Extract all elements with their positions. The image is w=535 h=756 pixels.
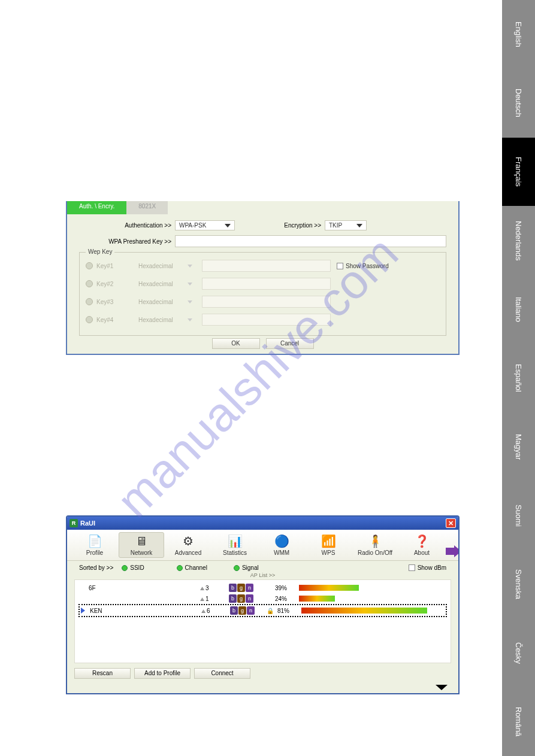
radio-icon[interactable] xyxy=(86,262,93,269)
wep-mode-select[interactable]: Hexadecimal xyxy=(138,263,192,269)
authentication-label: Authentication >> xyxy=(79,222,175,229)
lang-tab-svenska[interactable]: Svenska xyxy=(502,550,535,619)
network-ssid: 6F xyxy=(89,585,197,591)
encryption-value: TKIP xyxy=(329,222,342,229)
lang-tab-english[interactable]: English xyxy=(502,0,535,69)
sort-channel[interactable]: Channel xyxy=(177,564,207,571)
toolbar-advanced[interactable]: ⚙Advanced xyxy=(165,532,211,558)
network-modes: bgn xyxy=(229,584,262,592)
toolbar-profile[interactable]: 📄Profile xyxy=(72,532,117,558)
wep-key-label: Key#4 xyxy=(96,317,126,323)
next-arrow-button[interactable] xyxy=(446,545,460,558)
mode-g-icon: g xyxy=(237,584,245,592)
sort-signal[interactable]: Signal xyxy=(234,564,259,571)
toolbar-radioonoff[interactable]: 🧍Radio On/Off xyxy=(352,532,398,558)
lang-tab-deutsch[interactable]: Deutsch xyxy=(502,69,535,138)
radio-icon: 🧍 xyxy=(365,534,385,548)
lang-tab-česky[interactable]: Česky xyxy=(502,618,535,687)
radio-icon xyxy=(122,565,128,571)
chevron-down-icon xyxy=(188,300,192,303)
chevron-down-icon xyxy=(188,283,192,286)
sort-ssid[interactable]: SSID xyxy=(122,564,144,571)
window-title: RaUI xyxy=(80,520,95,527)
expand-button[interactable] xyxy=(67,682,458,693)
psk-label: WPA Preshared Key >> xyxy=(79,238,175,245)
toolbar-about[interactable]: ❓About xyxy=(399,532,445,558)
auth-encryption-dialog: Auth. \ Encry. 8021X Authentication >> W… xyxy=(66,201,460,355)
network-row[interactable]: 6F⟁3bgn39% xyxy=(78,582,447,593)
channel-icon: ⟁ xyxy=(200,584,204,592)
mode-b-icon: b xyxy=(230,606,238,615)
wep-key-fieldset: Wep Key Key#1HexadecimalShow PasswordKey… xyxy=(79,252,446,336)
toolbar-wmm[interactable]: 🔵WMM xyxy=(259,532,304,558)
wep-mode-select[interactable]: Hexadecimal xyxy=(138,281,192,287)
profile-icon: 📄 xyxy=(85,534,104,548)
network-signal-pct: 39% xyxy=(275,585,295,591)
radio-icon[interactable] xyxy=(86,316,93,323)
toolbar-wps[interactable]: 📶WPS xyxy=(306,532,351,558)
show-password-checkbox[interactable]: Show Password xyxy=(337,263,389,269)
lang-tab-română[interactable]: Română xyxy=(502,687,535,756)
wep-key-label: Key#2 xyxy=(96,281,126,287)
network-modes: bgn xyxy=(230,606,263,615)
network-row[interactable]: ⟁1bgn24% xyxy=(78,593,447,604)
show-dbm-checkbox[interactable]: Show dBm xyxy=(409,564,446,571)
lang-tab-nederlands[interactable]: Nederlands xyxy=(502,206,535,275)
network-modes: bgn xyxy=(229,594,262,603)
psk-input[interactable] xyxy=(175,235,446,247)
mode-n-icon: n xyxy=(247,606,255,615)
checkbox-icon xyxy=(337,263,343,269)
wep-key-label: Key#3 xyxy=(96,299,126,305)
mode-n-icon: n xyxy=(246,584,253,592)
ap-list: 6F⟁3bgn39%⟁1bgn24%KEN⟁6bgn🔒81% xyxy=(74,579,451,663)
connect-button[interactable]: Connect xyxy=(194,668,250,679)
wep-key-row: Key#3Hexadecimal xyxy=(86,296,440,308)
wep-key-input[interactable] xyxy=(202,278,331,290)
sorted-by-label: Sorted by >> xyxy=(79,564,113,571)
cancel-button[interactable]: Cancel xyxy=(266,338,314,349)
toolbar-network[interactable]: 🖥Network xyxy=(119,532,164,558)
rescan-button[interactable]: Rescan xyxy=(74,668,131,679)
chevron-down-icon xyxy=(356,224,362,227)
radio-icon[interactable] xyxy=(86,298,93,305)
network-channel: ⟁1 xyxy=(200,594,225,603)
sort-bar: Sorted by >> SSID Channel Signal Show dB… xyxy=(67,561,458,572)
network-signal-pct: 81% xyxy=(277,608,298,614)
wep-key-input[interactable] xyxy=(202,314,331,326)
ap-list-header: AP List >> xyxy=(67,572,458,579)
lang-tab-français[interactable]: Français xyxy=(502,138,535,207)
wep-key-input[interactable] xyxy=(202,296,331,308)
network-ssid: KEN xyxy=(90,608,198,614)
authentication-value: WPA-PSK xyxy=(179,222,206,229)
lang-tab-español[interactable]: Español xyxy=(502,344,535,412)
tab-8021x[interactable]: 8021X xyxy=(126,201,168,214)
auth-tabs: Auth. \ Encry. 8021X xyxy=(67,201,458,214)
lang-tab-suomi[interactable]: Suomi xyxy=(502,481,535,550)
channel-icon: ⟁ xyxy=(201,606,205,615)
authentication-select[interactable]: WPA-PSK xyxy=(175,220,235,230)
radio-icon xyxy=(234,565,240,571)
wep-key-legend: Wep Key xyxy=(86,248,114,255)
network-channel: ⟁3 xyxy=(200,584,225,592)
lang-tab-magyar[interactable]: Magyar xyxy=(502,412,535,481)
chevron-down-icon xyxy=(436,685,448,690)
channel-icon: ⟁ xyxy=(200,594,204,603)
close-button[interactable]: ✕ xyxy=(446,518,456,528)
add-to-profile-button[interactable]: Add to Profile xyxy=(134,668,191,679)
ok-button[interactable]: OK xyxy=(212,338,260,349)
wep-key-row: Key#2Hexadecimal xyxy=(86,278,440,290)
advanced-icon: ⚙ xyxy=(179,534,198,548)
tab-auth-encry[interactable]: Auth. \ Encry. xyxy=(67,201,126,214)
statistics-icon: 📊 xyxy=(225,534,244,548)
wep-mode-select[interactable]: Hexadecimal xyxy=(138,317,192,323)
encryption-select[interactable]: TKIP xyxy=(325,220,367,230)
lang-tab-italiano[interactable]: Italiano xyxy=(502,275,535,344)
network-row[interactable]: KEN⟁6bgn🔒81% xyxy=(78,604,447,617)
toolbar-statistics[interactable]: 📊Statistics xyxy=(212,532,258,558)
wep-key-input[interactable] xyxy=(202,260,331,272)
radio-icon[interactable] xyxy=(86,280,93,287)
network-icon: 🖥 xyxy=(132,534,151,548)
raui-window: R RaUI ✕ 📄Profile🖥Network⚙Advanced📊Stati… xyxy=(66,515,460,694)
chevron-down-icon xyxy=(188,318,192,321)
wep-mode-select[interactable]: Hexadecimal xyxy=(138,299,192,305)
